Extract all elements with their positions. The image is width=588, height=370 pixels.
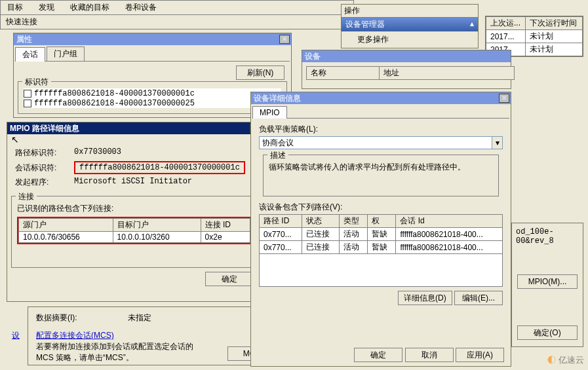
mpio-titlebar[interactable]: MPIO 路径详细信息 ✕ bbox=[7, 122, 262, 134]
tab-target[interactable]: 目标 bbox=[7, 2, 23, 13]
conn-desc: 已识别的路径包含下列连接: bbox=[17, 203, 252, 214]
chevron-down-icon[interactable]: ▾ bbox=[492, 137, 502, 149]
table-row[interactable]: 0x770...已连接活动暂缺ffffffa8008621018-400... bbox=[260, 241, 503, 254]
tab-mpio[interactable]: MPIO bbox=[252, 106, 287, 119]
detail-titlebar[interactable]: 设备详细信息 ✕ bbox=[251, 92, 511, 104]
settings-link[interactable]: 设 bbox=[12, 330, 20, 341]
refresh-button[interactable]: 刷新(N) bbox=[236, 65, 284, 80]
mpio-button[interactable]: MPIO(M)... bbox=[517, 274, 578, 289]
initiator-label: 发起程序: bbox=[15, 177, 74, 188]
checkbox[interactable] bbox=[24, 90, 31, 98]
close-icon[interactable]: ✕ bbox=[279, 35, 290, 44]
main-tabstrip: 目标 发现 收藏的目标 卷和设备 bbox=[1, 1, 353, 15]
edit-button[interactable]: 编辑(E)... bbox=[454, 291, 503, 305]
checkbox[interactable] bbox=[24, 100, 31, 107]
quick-connect-label: 快速连接 bbox=[1, 15, 353, 29]
device-titlebar[interactable]: 设备 bbox=[302, 50, 511, 62]
paths-label: 该设备包含下列路径(V): bbox=[259, 202, 503, 213]
path-id-value: 0x77030003 bbox=[74, 147, 121, 158]
details-button[interactable]: 详细信息(D) bbox=[398, 291, 452, 305]
cursor-icon: ↖ bbox=[11, 134, 19, 145]
session-id-value: ffffffa8008621018-400001370000001c bbox=[74, 161, 245, 174]
chevron-up-icon: ▴ bbox=[470, 19, 474, 30]
watermark: ◐ 亿速云 bbox=[547, 354, 584, 366]
actions-title: 操作 bbox=[342, 5, 478, 18]
data-summary-label: 数据摘要(I): bbox=[36, 312, 128, 324]
tab-discover[interactable]: 发现 bbox=[39, 2, 54, 13]
initiator-value: Microsoft iSCSI Initiator bbox=[74, 177, 192, 188]
desc-legend: 描述 bbox=[267, 150, 288, 161]
desc-text: 循环策略尝试将传入的请求平均分配到所有处理路径中。 bbox=[269, 162, 493, 173]
device-manager-header[interactable]: 设备管理器 ▴ bbox=[342, 18, 478, 31]
paths-table[interactable]: 路径 ID 状态 类型 权 会话 Id 0x770...已连接活动暂缺fffff… bbox=[259, 214, 503, 254]
ok-button[interactable]: 确定 bbox=[205, 272, 254, 286]
more-actions[interactable]: 更多操作 bbox=[342, 31, 478, 48]
ok-button[interactable]: 确定(O) bbox=[517, 325, 578, 340]
identifier-row[interactable]: ffffffa8008621018-400001370000001c bbox=[24, 88, 281, 98]
data-summary-value: 未指定 bbox=[128, 312, 151, 324]
path-id-label: 路径标识符: bbox=[15, 147, 74, 158]
properties-titlebar[interactable]: 属性 ✕ bbox=[14, 33, 291, 45]
lb-dropdown[interactable]: 协商会议 ▾ bbox=[259, 136, 503, 149]
identifier-legend: 标识符 bbox=[22, 77, 51, 88]
table-row[interactable]: 0x770...已连接活动暂缺ffffffa8008621018-400... bbox=[260, 228, 503, 241]
tab-volumes[interactable]: 卷和设备 bbox=[125, 2, 157, 13]
session-id-label: 会话标识符: bbox=[15, 162, 74, 174]
device-col-header: 名称地址 bbox=[306, 66, 515, 80]
identifier-row[interactable]: ffffffa8008621018-4000013700000025 bbox=[24, 98, 281, 108]
mcs-link[interactable]: 配置多连接会话(MCS) bbox=[36, 331, 114, 340]
tab-fav[interactable]: 收藏的目标 bbox=[70, 2, 109, 13]
right-panel-text: od_100e-00&rev_8 bbox=[512, 223, 583, 250]
close-icon[interactable]: ✕ bbox=[499, 94, 509, 103]
tab-session[interactable]: 会话 bbox=[15, 47, 45, 62]
apply-button[interactable]: 应用(A) bbox=[456, 348, 504, 362]
tab-portalgroup[interactable]: 门户组 bbox=[47, 46, 85, 61]
mcs-desc: 若要将附加连接添加到会话或配置选定会话的 MCS 策略，请单击“MCS”。 bbox=[36, 341, 273, 363]
conn-table[interactable]: 源门户 目标门户 连接 ID 10.0.0.76/30656 10.0.0.10… bbox=[18, 218, 250, 243]
ok-button[interactable]: 确定 bbox=[354, 348, 402, 362]
table-row[interactable]: 10.0.0.76/30656 10.0.0.10/3260 0x2e bbox=[19, 232, 250, 243]
cancel-button[interactable]: 取消 bbox=[405, 348, 454, 362]
conn-legend: 连接 bbox=[16, 191, 37, 202]
lb-label: 负载平衡策略(L): bbox=[259, 124, 503, 135]
